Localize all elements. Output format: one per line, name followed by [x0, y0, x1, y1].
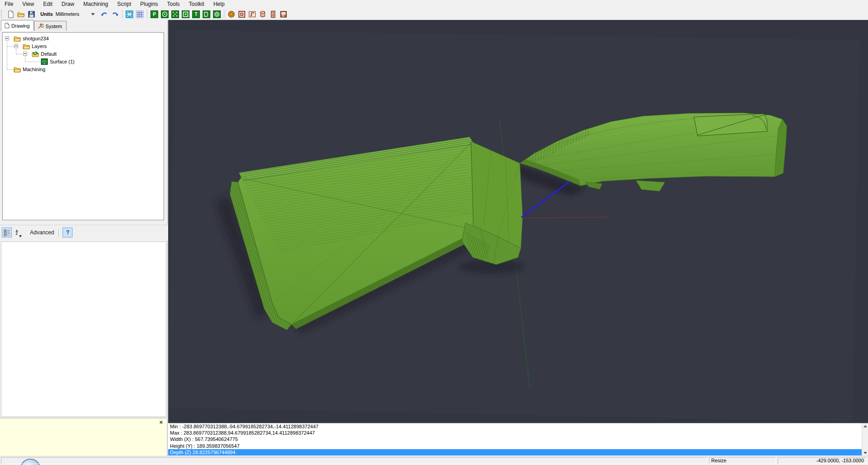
resize-label: Resize [711, 458, 727, 463]
menu-machining[interactable]: Machining [79, 0, 113, 8]
tree-item-machining[interactable]: Machining [14, 66, 45, 73]
info-list-scrollbar[interactable] [862, 423, 868, 456]
advanced-label: Advanced [30, 229, 54, 236]
redo-icon [111, 10, 119, 18]
menu-draw[interactable]: Draw [57, 0, 79, 8]
properties-toolbar-separator [58, 228, 59, 237]
tree-item-surface[interactable]: Surface (1) [41, 58, 74, 65]
list-item-depth[interactable]: Depth (Z) 28.8225796744894 [168, 449, 868, 455]
machining-pocket-tool-button[interactable] [237, 10, 247, 19]
menu-plugins[interactable]: Plugins [136, 0, 162, 8]
tree-connector [7, 69, 14, 70]
machining-profile-tool-button[interactable] [247, 10, 257, 19]
wrench-icon [38, 23, 44, 29]
toolbar-separator [224, 10, 224, 18]
tab-drawing[interactable]: Drawing [1, 20, 34, 31]
categorized-icon [4, 229, 10, 236]
tree-item-root-label: shotgun234 [23, 36, 49, 41]
undo-button[interactable] [100, 10, 109, 19]
question-mark-icon: ? [66, 229, 69, 236]
polyline-letter: P [153, 12, 156, 17]
alphabetical-sort-button[interactable]: AZ [14, 228, 24, 237]
viewport-3d[interactable] [168, 20, 868, 423]
tree-connector [16, 48, 16, 54]
open-folder-icon [17, 10, 25, 18]
help-button[interactable]: ? [63, 228, 73, 237]
tree-item-layers[interactable]: Layers [23, 43, 47, 50]
s-curve-icon [248, 10, 256, 18]
project-explorer-panel: Drawing System shotgun234 [0, 20, 168, 456]
menu-tools[interactable]: Tools [163, 0, 184, 8]
draw-text-button[interactable]: T [191, 10, 201, 19]
folder-icon [14, 35, 21, 42]
units-dropdown-value[interactable]: Millimeters [56, 11, 80, 17]
draw-polyline-button[interactable]: P [150, 10, 159, 19]
list-item-width[interactable]: Width (X) : 567.739540624775 [168, 436, 868, 442]
tree-item-machining-label: Machining [23, 67, 45, 72]
coin-icon [228, 10, 235, 18]
cursor-coordinates: -429.0000, -153.0000 [816, 458, 864, 463]
snap-toggle-button[interactable] [125, 10, 134, 19]
expander-default-layer[interactable] [23, 52, 27, 56]
expander-layers[interactable] [14, 44, 18, 48]
draw-points-button[interactable] [170, 10, 180, 19]
machining-stock-tool-button[interactable] [268, 10, 278, 19]
menu-edit[interactable]: Edit [39, 0, 57, 8]
draw-rectangle-button[interactable] [181, 10, 190, 19]
save-floppy-icon [28, 10, 35, 18]
help-description-panel: × [0, 418, 166, 456]
scroll-down-icon[interactable] [863, 452, 867, 454]
draw-region-button[interactable] [202, 10, 211, 19]
menu-help[interactable]: Help [209, 0, 229, 8]
grid-toggle-button[interactable] [135, 10, 145, 19]
menu-view[interactable]: View [18, 0, 39, 8]
machining-drill-tool-button[interactable] [258, 10, 267, 19]
tab-system[interactable]: System [34, 21, 67, 31]
points-icon [171, 10, 179, 18]
draw-circle-button[interactable] [160, 10, 170, 19]
list-item-max[interactable]: Max : 283.869770312388,94.6799185282734,… [168, 430, 868, 436]
surface-cube-icon [41, 58, 48, 65]
redo-button[interactable] [110, 10, 120, 19]
grid-icon [136, 10, 144, 18]
machining-mc-tool-button[interactable]: MC [279, 10, 288, 19]
property-grid-area [1, 242, 166, 417]
mc-icon: MC [280, 10, 287, 18]
tree-connector [25, 56, 25, 62]
close-help-panel-button[interactable]: × [159, 419, 163, 425]
tree-item-layers-label: Layers [32, 44, 47, 49]
tree-item-default-layer-label: Default [41, 51, 57, 57]
tree-connector [16, 54, 23, 54]
scroll-up-icon[interactable] [863, 425, 867, 427]
open-file-button[interactable] [16, 10, 26, 19]
layer-icon [32, 51, 39, 57]
draw-surface-button[interactable] [212, 10, 222, 19]
status-bar: Resize -429.0000, -153.0000 [0, 456, 868, 465]
menu-toolkit[interactable]: Toolkit [184, 0, 209, 8]
status-resize-segment: Resize [709, 457, 776, 464]
tree-connector [7, 41, 7, 69]
menu-script[interactable]: Script [113, 0, 136, 8]
units-dropdown-arrow-icon[interactable] [91, 13, 95, 15]
list-item-height[interactable]: Height (Y) : 189.359837056547 [168, 443, 868, 449]
expander-root[interactable] [5, 36, 9, 40]
toolbar-gripper[interactable] [1, 10, 4, 18]
status-main-segment [1, 457, 707, 464]
categorized-view-button[interactable] [2, 228, 12, 237]
new-file-button[interactable] [6, 10, 15, 19]
tree-connector [25, 62, 40, 62]
undo-icon [101, 10, 108, 18]
menu-bar: File View Edit Draw Machining Script Plu… [0, 0, 868, 8]
machining-coin-tool-button[interactable] [227, 10, 236, 19]
menu-file[interactable]: File [0, 0, 18, 8]
save-button[interactable] [27, 10, 36, 19]
cylinder-icon [259, 10, 267, 18]
list-item-min[interactable]: Min : -283.869770312388,-94.679918528273… [168, 423, 868, 430]
tree-item-default-layer[interactable]: Default [32, 50, 57, 58]
properties-toolbar: AZ Advanced ? [0, 225, 168, 240]
toolbar-separator [147, 10, 147, 18]
folder-icon [23, 43, 30, 49]
region-icon [203, 10, 210, 18]
tree-item-root[interactable]: shotgun234 [14, 35, 49, 42]
mc-label: MC [281, 15, 286, 17]
